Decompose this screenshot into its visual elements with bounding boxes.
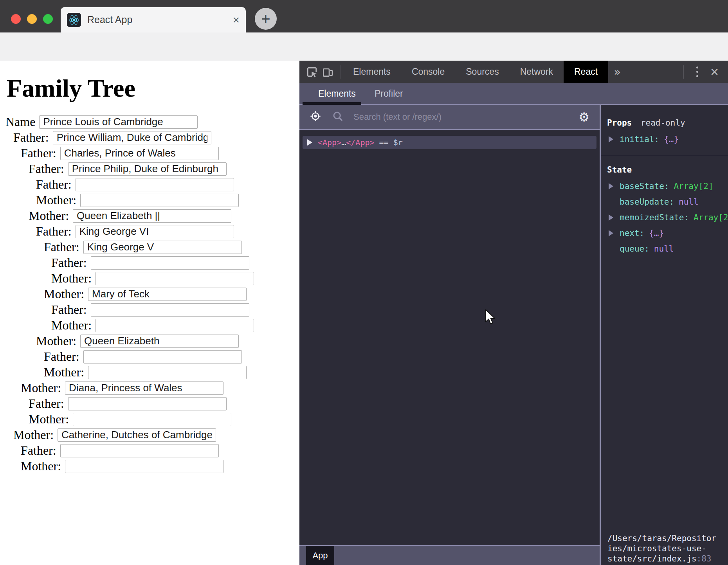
relation-label: Mother: — [13, 428, 54, 442]
open-tag: <App> — [318, 138, 341, 147]
tree-node-app[interactable]: <App>…</App> == $r — [303, 136, 596, 149]
person-name-input[interactable] — [65, 381, 223, 395]
state-entry[interactable]: queue: null — [601, 241, 728, 257]
person-name-input[interactable] — [73, 413, 231, 426]
person-name-input[interactable] — [91, 303, 249, 317]
devtools-tab[interactable]: Elements — [342, 61, 401, 83]
state-entry[interactable]: next: {…} — [601, 225, 728, 241]
relation-label: Father: — [44, 240, 79, 254]
form-row: Mother: — [44, 288, 299, 301]
form-row: Mother: — [21, 381, 299, 395]
relation-label: Father: — [21, 146, 56, 160]
relation-label: Mother: — [36, 334, 76, 348]
devtools-panel: Elements Console Sources Network React »… — [299, 61, 728, 565]
state-header: State — [607, 165, 632, 175]
person-name-input[interactable] — [39, 115, 198, 129]
page-content: Family Tree Name Father: Father: — [0, 61, 299, 565]
person-name-input[interactable] — [80, 335, 239, 348]
browser-tab[interactable]: React App × — [61, 7, 246, 32]
prop-entry[interactable]: initial: {…} — [601, 131, 728, 147]
tabbar-divider-right — [683, 65, 684, 79]
fullscreen-window-button[interactable] — [43, 14, 53, 24]
search-input[interactable]: Search (text or /regex/) — [353, 112, 441, 122]
component-tree[interactable]: <App>…</App> == $r — [299, 130, 600, 545]
device-toolbar-icon[interactable] — [321, 65, 334, 79]
state-key: memoizedState: — [620, 213, 689, 222]
expand-arrow-icon[interactable] — [307, 139, 312, 146]
plus-icon: + — [261, 10, 270, 28]
person-name-input[interactable] — [83, 350, 242, 363]
source-location-link[interactable]: /Users/taras/Repositor ies/microstates-u… — [607, 533, 726, 564]
devtools-tab[interactable]: Console — [401, 61, 455, 83]
person-name-input[interactable] — [76, 225, 234, 238]
inspect-component-icon[interactable] — [309, 110, 322, 124]
form-row: Father: — [51, 303, 299, 317]
state-section: State baseState: Array[2] — [601, 156, 728, 257]
relation-label: Father: — [29, 162, 64, 176]
person-name-input[interactable] — [60, 147, 219, 160]
relation-label: Mother: — [21, 459, 61, 473]
minimize-window-button[interactable] — [27, 14, 37, 24]
page-title: Family Tree — [7, 74, 299, 103]
form-row: Mother: — [29, 209, 299, 223]
component-tree-pane: Search (text or /regex/) ⚙ <App>…</App> … — [299, 105, 600, 565]
more-tabs-icon[interactable]: » — [614, 65, 621, 79]
person-name-input[interactable] — [58, 428, 216, 442]
person-name-input[interactable] — [68, 162, 227, 176]
props-section: Props read-only initial: {…} — [601, 105, 728, 156]
props-header: Props — [607, 118, 632, 128]
devtools-tab[interactable]: React — [564, 61, 608, 83]
devtools-menu-icon[interactable] — [692, 67, 703, 77]
person-name-input[interactable] — [60, 444, 219, 457]
relation-label: Father: — [13, 130, 49, 145]
form-row: Father: — [29, 162, 299, 176]
expand-arrow-icon[interactable] — [609, 230, 613, 236]
person-name-input[interactable] — [65, 460, 223, 473]
state-entry[interactable]: memoizedState: Array[2] — [601, 210, 728, 225]
person-name-input[interactable] — [88, 288, 247, 301]
person-name-input[interactable] — [96, 272, 254, 285]
person-name-input[interactable] — [76, 178, 234, 191]
expand-arrow-icon[interactable] — [609, 214, 613, 221]
person-name-input[interactable] — [73, 209, 231, 223]
tab-close-icon[interactable]: × — [232, 14, 240, 26]
tab-title: React App — [87, 14, 132, 25]
relation-label: Mother: — [51, 271, 92, 286]
devtools-close-icon[interactable]: × — [710, 65, 719, 79]
person-name-input[interactable] — [80, 194, 239, 207]
form-row: Father: — [21, 147, 299, 160]
devtools-tab[interactable]: Sources — [455, 61, 509, 83]
state-entry[interactable]: baseState: Array[2] — [601, 178, 728, 194]
state-entry[interactable]: baseUpdate: null — [601, 194, 728, 210]
person-name-input[interactable] — [68, 397, 227, 410]
titlebar: React App × + — [0, 0, 728, 32]
person-name-input[interactable] — [91, 256, 249, 270]
devtools-tabs: Elements Console Sources Network React — [342, 61, 608, 83]
new-tab-button[interactable]: + — [255, 8, 277, 30]
breadcrumb-bar: App — [299, 545, 600, 565]
person-name-input[interactable] — [88, 366, 247, 379]
person-name-input[interactable] — [53, 131, 211, 144]
relation-label: Father: — [44, 349, 79, 364]
expand-arrow-icon[interactable] — [609, 183, 613, 189]
relation-label: Mother: — [51, 318, 92, 333]
person-name-input[interactable] — [83, 241, 242, 254]
state-value: null — [654, 244, 674, 254]
form-row: Mother: — [44, 366, 299, 379]
react-subtab[interactable]: Elements — [318, 88, 356, 99]
close-window-button[interactable] — [11, 14, 21, 24]
inspect-element-icon[interactable] — [305, 65, 319, 79]
settings-gear-icon[interactable]: ⚙ — [578, 110, 589, 124]
form-row: Mother: — [21, 460, 299, 473]
form-row: Father: — [29, 397, 299, 410]
react-subtab[interactable]: Profiler — [375, 88, 403, 99]
relation-label: Mother: — [44, 365, 84, 380]
expand-arrow-icon[interactable] — [609, 136, 613, 142]
person-name-input[interactable] — [96, 319, 254, 332]
relation-label: Mother: — [44, 287, 84, 301]
state-value: null — [679, 197, 699, 207]
tabbar-divider — [341, 65, 341, 79]
devtools-tab[interactable]: Network — [510, 61, 564, 83]
browser-toolbar: localhost:3000 ☆ ⚙ U — [0, 32, 728, 61]
breadcrumb-app[interactable]: App — [306, 546, 334, 565]
